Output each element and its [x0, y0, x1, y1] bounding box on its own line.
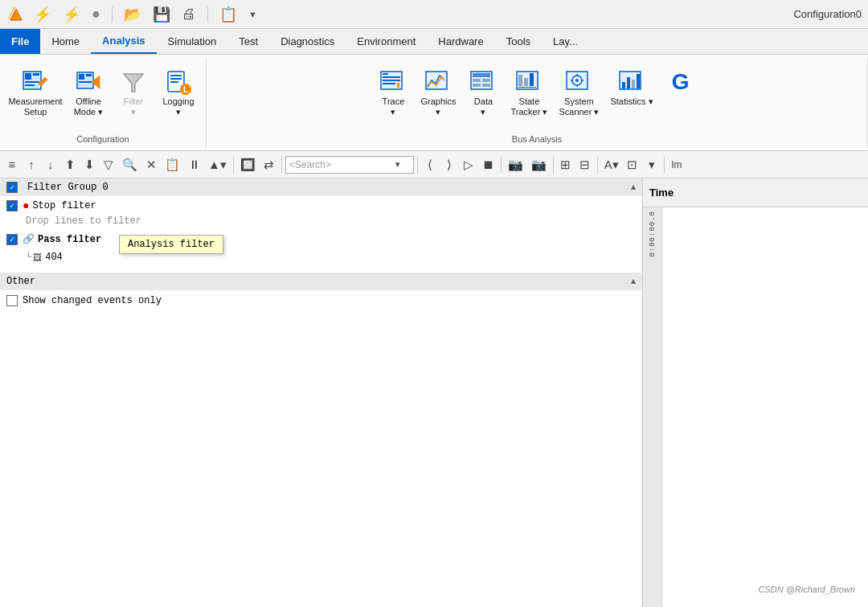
tb-btn-clear[interactable]: ✕: [142, 155, 160, 174]
filter-group-0-checkbox[interactable]: [6, 182, 18, 193]
menu-hardware[interactable]: Hardware: [427, 29, 494, 54]
tb-sep-1: [233, 156, 234, 174]
time-column: 0:00:00.0: [643, 207, 868, 607]
menu-layout[interactable]: Lay...: [542, 29, 589, 54]
svg-rect-9: [79, 74, 84, 80]
trace-label: Trace▾: [383, 96, 405, 117]
tb-btn-nav-prev[interactable]: ⟨: [421, 155, 439, 174]
stop-filter-item: ● Stop filter Analysis filter: [0, 196, 642, 215]
logging-label: Logging▾: [162, 96, 194, 117]
ribbon-btn-trace[interactable]: Trace▾: [372, 64, 414, 121]
tb-btn-box[interactable]: 🔲: [237, 155, 259, 174]
drop-hint: Drop lines to filter: [0, 215, 642, 230]
tb-btn-search[interactable]: 🔍: [119, 155, 141, 174]
print-btn[interactable]: 🖨: [178, 4, 199, 24]
tb-btn-1[interactable]: ≡: [3, 155, 21, 174]
other-group-header: Other ▲: [0, 273, 642, 290]
filter-group-0-collapse[interactable]: ▲: [631, 183, 636, 192]
ribbon-btn-logging[interactable]: L Logging▾: [158, 64, 199, 121]
ribbon-btn-system-scanner[interactable]: SystemScanner ▾: [554, 64, 604, 121]
lightning-btn-2[interactable]: ⚡: [59, 4, 84, 25]
show-changed-checkbox[interactable]: [6, 295, 18, 306]
tb-btn-filter[interactable]: ▽: [100, 155, 117, 174]
svg-rect-36: [518, 87, 536, 88]
svg-rect-29: [482, 79, 490, 82]
dropdown-btn[interactable]: ▼: [245, 8, 260, 21]
stop-filter-checkbox[interactable]: [6, 200, 18, 211]
tb-btn-arrows[interactable]: ▲▾: [205, 155, 230, 174]
pass-filter-checkbox[interactable]: [6, 234, 18, 245]
menu-simulation[interactable]: Simulation: [157, 29, 228, 54]
svg-rect-14: [170, 75, 182, 76]
tb-btn-nav-next[interactable]: ⟩: [440, 155, 458, 174]
tb-sep-3: [417, 156, 418, 174]
tb-btn-5[interactable]: ⬇: [80, 155, 98, 174]
menu-environment[interactable]: Environment: [346, 29, 427, 54]
svg-rect-33: [518, 75, 522, 86]
tb-btn-cam2[interactable]: 📷: [528, 155, 550, 174]
tb-btn-3[interactable]: ↓: [42, 155, 59, 174]
stop-filter-label: Stop filter: [32, 200, 96, 211]
tb-btn-grid[interactable]: ⊞: [557, 155, 575, 174]
tb-btn-4[interactable]: ⬆: [61, 155, 79, 174]
svg-rect-11: [79, 81, 92, 83]
tb-btn-minus-grid[interactable]: ⊟: [576, 155, 594, 174]
open-btn[interactable]: 📂: [121, 4, 145, 25]
other-group-collapse[interactable]: ▲: [631, 277, 636, 286]
ribbon-btn-g[interactable]: G: [660, 64, 702, 100]
toolbar-row: ≡ ↑ ↓ ⬆ ⬇ ▽ 🔍 ✕ 📋 ⏸ ▲▾ 🔲 ⇄ ▼ ⟨ ⟩ ▷ ⏹ 📷 📷…: [0, 151, 868, 178]
clipboard-btn[interactable]: 📋: [216, 4, 240, 25]
tb-btn-dropdown2[interactable]: ▾: [643, 155, 661, 174]
menu-file[interactable]: File: [0, 29, 40, 54]
g-icon: G: [666, 68, 695, 96]
ribbon-buttons-bus: Trace▾ Graphics▾: [372, 61, 701, 131]
search-dropdown-arrow[interactable]: ▼: [394, 160, 402, 169]
ribbon-btn-measurement-setup[interactable]: Measurement Setup: [6, 64, 64, 121]
tb-btn-2[interactable]: ↑: [23, 155, 40, 174]
svg-rect-15: [170, 78, 182, 80]
menu-home[interactable]: Home: [40, 29, 91, 54]
tb-btn-copy[interactable]: 📋: [162, 155, 183, 174]
offline-mode-icon: [74, 68, 103, 96]
svg-rect-48: [637, 74, 640, 88]
analysis-filter-tooltip: Analysis filter: [119, 235, 223, 254]
sep-2: [207, 6, 208, 23]
menu-test[interactable]: Test: [227, 29, 269, 54]
tb-btn-cam1[interactable]: 📷: [505, 155, 526, 174]
filter-icon: [119, 68, 148, 96]
svg-rect-16: [170, 81, 178, 83]
tb-sep-5: [553, 156, 554, 174]
tb-btn-pause[interactable]: ⏸: [185, 155, 203, 174]
tb-btn-im[interactable]: Im: [668, 155, 686, 174]
search-input[interactable]: [289, 159, 394, 170]
svg-rect-23: [383, 83, 395, 84]
save-btn[interactable]: 💾: [149, 4, 174, 25]
menu-tools[interactable]: Tools: [495, 29, 542, 54]
lightning-btn-1[interactable]: ⚡: [31, 4, 55, 25]
svg-rect-3: [25, 73, 31, 80]
tb-btn-play[interactable]: ▷: [460, 155, 477, 174]
filter-sub-item-404: └ 🖼 404: [0, 248, 642, 266]
menu-diagnostics[interactable]: Diagnostics: [269, 29, 346, 54]
offline-mode-label: OfflineMode ▾: [74, 96, 104, 117]
config-label: Configuration0: [793, 8, 862, 20]
tb-btn-checkmark[interactable]: ⇄: [260, 155, 278, 174]
ribbon-btn-graphics[interactable]: Graphics▾: [416, 64, 461, 121]
ribbon-btn-statistics[interactable]: Statistics ▾: [605, 64, 657, 110]
tb-sep-2: [281, 156, 282, 174]
ribbon-btn-filter[interactable]: Filter▾: [113, 64, 154, 121]
svg-rect-47: [632, 80, 635, 88]
circle-btn[interactable]: ●: [88, 4, 104, 24]
config-group-label: Configuration: [76, 131, 129, 144]
svg-rect-22: [383, 80, 400, 81]
ribbon-btn-data[interactable]: Data▾: [462, 64, 504, 121]
ribbon-btn-state-tracker[interactable]: StateTracker ▾: [506, 64, 552, 121]
tb-btn-square-dot[interactable]: ⊡: [624, 155, 641, 174]
menu-analysis[interactable]: Analysis: [91, 29, 156, 54]
tb-btn-stop[interactable]: ⏹: [479, 155, 497, 174]
tb-btn-font[interactable]: A▾: [601, 155, 622, 174]
ribbon-btn-offline-mode[interactable]: OfflineMode ▾: [68, 64, 109, 121]
statistics-label: Statistics ▾: [610, 96, 653, 107]
search-box[interactable]: ▼: [285, 156, 414, 174]
filter-group-0-label: Filter Group 0: [27, 182, 108, 193]
